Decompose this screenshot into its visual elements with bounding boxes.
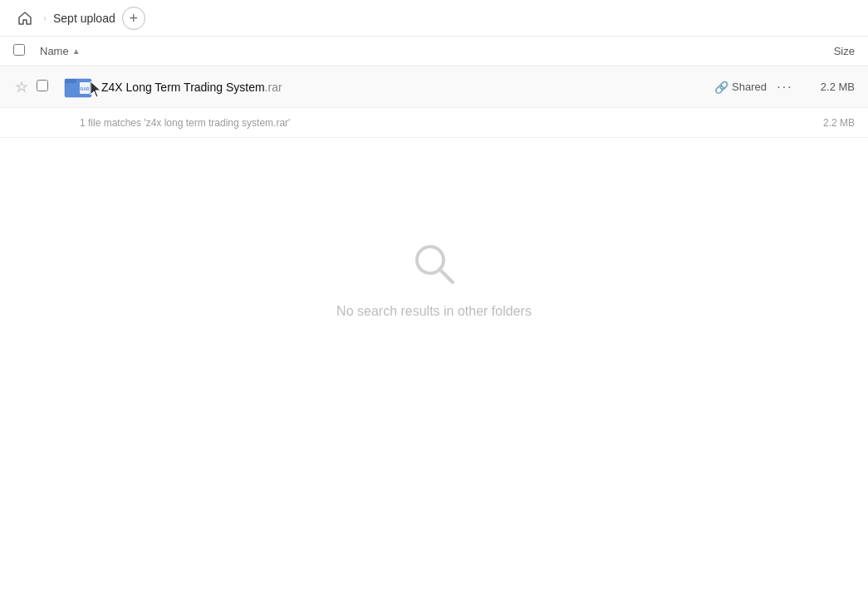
file-select-input[interactable] [37, 80, 48, 91]
select-all-checkbox[interactable] [13, 44, 30, 58]
no-results-text: No search results in other folders [336, 304, 532, 319]
shared-badge: 🔗 Shared [714, 81, 767, 94]
size-column-header: Size [797, 45, 855, 57]
file-size: 2.2 MB [797, 81, 855, 93]
column-header: Name ▲ Size [0, 37, 868, 66]
top-bar: › Sept upload + [0, 0, 868, 37]
breadcrumb-folder[interactable]: Sept upload [53, 12, 115, 25]
star-button[interactable] [13, 79, 30, 96]
link-icon: 🔗 [714, 81, 728, 94]
svg-rect-1 [65, 79, 76, 83]
file-actions: 🔗 Shared ··· [714, 76, 797, 99]
sort-arrow-icon: ▲ [72, 47, 81, 56]
match-text: 1 file matches 'z4x long term trading sy… [80, 117, 797, 129]
add-button[interactable]: + [122, 7, 145, 30]
name-column-header[interactable]: Name ▲ [40, 45, 797, 57]
match-size: 2.2 MB [797, 117, 855, 129]
home-button[interactable] [13, 7, 37, 30]
svg-line-6 [439, 269, 453, 282]
file-type-icon: RAR [63, 72, 93, 102]
more-options-button[interactable]: ··· [773, 76, 797, 99]
svg-text:RAR: RAR [81, 86, 90, 91]
select-all-input[interactable] [13, 44, 25, 56]
file-row[interactable]: RAR Z4X Long Term Trading System.rar 🔗 S… [0, 66, 868, 108]
file-name-container: Z4X Long Term Trading System.rar [101, 81, 714, 94]
breadcrumb-separator: › [43, 12, 47, 24]
no-results-search-icon [408, 238, 461, 291]
empty-state: No search results in other folders [0, 238, 868, 319]
file-name: Z4X Long Term Trading System.rar [101, 81, 714, 94]
file-checkbox[interactable] [37, 80, 53, 94]
match-info-row: 1 file matches 'z4x long term trading sy… [0, 108, 868, 138]
